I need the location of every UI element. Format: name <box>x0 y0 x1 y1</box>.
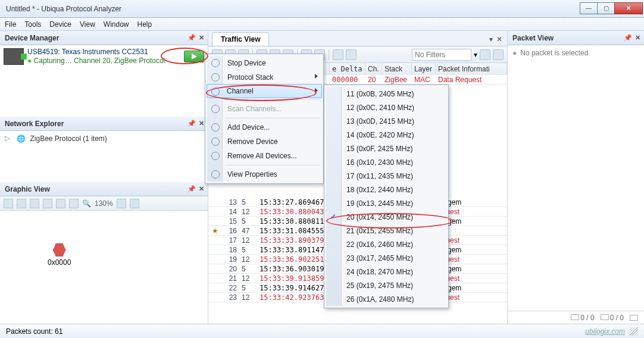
close-panel-icon[interactable]: ✕ <box>633 34 642 42</box>
funnel-icon[interactable] <box>480 49 490 60</box>
pin-icon[interactable]: 📌 <box>187 185 196 193</box>
menu-item[interactable]: Channel <box>207 84 322 98</box>
channel-item[interactable]: 23 (0x17, 2465 MHz) <box>326 251 446 265</box>
menu-item-icon <box>211 152 220 160</box>
menu-window[interactable]: Window <box>104 20 129 29</box>
channel-item[interactable]: 13 (0x0D, 2415 MHz) <box>326 114 446 128</box>
menu-item[interactable]: Remove All Devices... <box>207 149 321 163</box>
menu-item[interactable]: Protocol Stack <box>207 70 321 84</box>
menu-help[interactable]: Help <box>137 20 152 29</box>
close-panel-icon[interactable]: ✕ <box>197 34 205 42</box>
channel-item[interactable]: 25 (0x19, 2475 MHz) <box>326 278 446 292</box>
device-text: USB4519: Texas Instruments CC2531 ● Capt… <box>27 48 165 65</box>
menu-item[interactable]: Add Device... <box>207 120 321 134</box>
status-dot-icon: ● <box>27 57 32 65</box>
funnel-clear-icon[interactable] <box>493 49 504 60</box>
network-item[interactable]: ▷ 🌐 ZigBee Protocol (1 item) <box>0 131 208 146</box>
gv-tool-icon[interactable] <box>4 199 13 208</box>
menu-item[interactable]: View Properties <box>207 167 321 181</box>
window-buttons: — ▢ ✕ <box>580 2 643 15</box>
channel-item[interactable]: ✓20 (0x14, 2450 MHz) <box>326 210 446 224</box>
channel-item[interactable]: 14 (0x0E, 2420 MHz) <box>326 128 446 142</box>
gv-tool-icon[interactable] <box>43 199 52 208</box>
col-stack[interactable]: Stack <box>382 63 412 74</box>
menu-item[interactable]: Stop Device <box>207 56 321 70</box>
pin-icon[interactable]: 📌 <box>187 34 196 42</box>
device-status: Capturing… Channel 20, ZigBee Protocol <box>34 57 165 65</box>
node-address: 0x0000 <box>48 258 71 267</box>
submenu-arrow-icon <box>315 74 318 79</box>
window-title: Untitled * - Ubiqua Protocol Analyzer <box>6 5 580 13</box>
filter-input[interactable] <box>412 49 471 61</box>
gv-tool-icon[interactable] <box>117 199 126 208</box>
filter-dropdown-icon[interactable]: ▾ <box>474 51 477 59</box>
graph-node[interactable]: 0x0000 <box>48 243 71 267</box>
pin-icon[interactable]: 📌 <box>624 34 632 42</box>
packet-view-empty: ●No packet is selected <box>508 45 644 61</box>
check-icon: ✓ <box>330 212 339 221</box>
rect-icon <box>630 315 638 321</box>
maximize-button[interactable]: ▢ <box>597 2 615 14</box>
menu-item-icon <box>211 170 220 179</box>
tool-icon[interactable] <box>333 49 343 60</box>
close-button[interactable]: ✕ <box>614 2 643 14</box>
close-panel-icon[interactable]: ✕ <box>197 120 205 127</box>
channel-item[interactable]: 11 (0x0B, 2405 MHz) <box>326 87 446 101</box>
close-panel-icon[interactable]: ✕ <box>197 185 205 193</box>
channel-item[interactable]: 12 (0x0C, 2410 MHz) <box>326 101 446 114</box>
menu-item-icon <box>211 73 220 82</box>
titlebar: Untitled * - Ubiqua Protocol Analyzer — … <box>0 0 644 18</box>
capture-button[interactable] <box>184 51 204 62</box>
zoom-out-icon[interactable]: 🔍 <box>82 199 91 208</box>
col-ch[interactable]: Ch. <box>365 63 382 74</box>
zoom-label: 130% <box>95 199 113 208</box>
channel-item[interactable]: 19 (0x13, 2445 MHz) <box>326 196 446 210</box>
channel-item[interactable]: 22 (0x16, 2460 MHz) <box>326 237 446 251</box>
channel-item[interactable]: 16 (0x10, 2430 MHz) <box>326 155 446 169</box>
resize-grip-icon[interactable] <box>630 327 638 336</box>
channel-item[interactable]: 24 (0x18, 2470 MHz) <box>326 265 446 278</box>
device-manager-header: Device Manager 📌 ✕ <box>0 31 208 45</box>
menu-item[interactable]: Remove Device <box>207 134 321 149</box>
network-explorer-title: Network Explorer <box>5 120 64 128</box>
menu-device[interactable]: Device <box>49 20 71 29</box>
statusbar: Packets count: 61 ubilogix.com <box>0 324 644 338</box>
channel-item[interactable]: 17 (0x11, 2435 MHz) <box>326 169 446 183</box>
pin-icon[interactable]: 📌 <box>187 120 196 127</box>
menu-item-icon <box>211 87 220 96</box>
menu-file[interactable]: File <box>5 20 16 29</box>
brand-link[interactable]: ubilogix.com <box>585 327 625 336</box>
gv-tool-icon[interactable] <box>130 199 139 208</box>
gv-tool-icon[interactable] <box>56 199 65 208</box>
channel-submenu: 11 (0x0B, 2405 MHz)12 (0x0C, 2410 MHz)13… <box>324 84 449 308</box>
channel-item[interactable]: 21 (0x15, 2455 MHz) <box>326 224 446 237</box>
col-layer[interactable]: Layer <box>412 63 436 74</box>
graphic-view-title: Graphic View <box>5 185 50 193</box>
expand-icon[interactable]: ▷ <box>5 134 10 142</box>
menu-item-icon <box>211 59 220 67</box>
minimize-button[interactable]: — <box>580 2 598 14</box>
gv-tool-icon[interactable] <box>69 199 79 208</box>
submenu-arrow-icon <box>315 88 318 93</box>
channel-item[interactable]: 15 (0x0F, 2425 MHz) <box>326 142 446 155</box>
usb-device-icon <box>4 48 24 65</box>
tab-traffic-view[interactable]: Traffic View <box>212 32 269 46</box>
col-delta[interactable]: e Delta <box>330 63 365 74</box>
channel-item[interactable]: 26 (0x1A, 2480 MHz) <box>326 292 446 306</box>
rect-icon <box>601 314 609 320</box>
gv-tool-icon[interactable] <box>17 199 26 208</box>
col-info[interactable]: Packet Informati <box>436 63 507 74</box>
gv-tool-icon[interactable] <box>30 199 39 208</box>
close-tab-icon[interactable]: ✕ <box>496 35 502 43</box>
device-manager-title: Device Manager <box>5 34 59 42</box>
tool-icon[interactable] <box>346 49 357 60</box>
bullet-icon: ● <box>512 49 517 57</box>
channel-item[interactable]: 18 (0x12, 2440 MHz) <box>326 183 446 196</box>
packet-view-title: Packet View <box>512 34 554 42</box>
menu-item-icon <box>211 137 220 146</box>
menu-item-icon <box>211 123 220 132</box>
menu-tools[interactable]: Tools <box>24 20 41 29</box>
device-row[interactable]: USB4519: Texas Instruments CC2531 ● Capt… <box>0 45 208 68</box>
menu-view[interactable]: View <box>80 20 95 29</box>
chevron-down-icon[interactable]: ▾ <box>489 35 493 43</box>
